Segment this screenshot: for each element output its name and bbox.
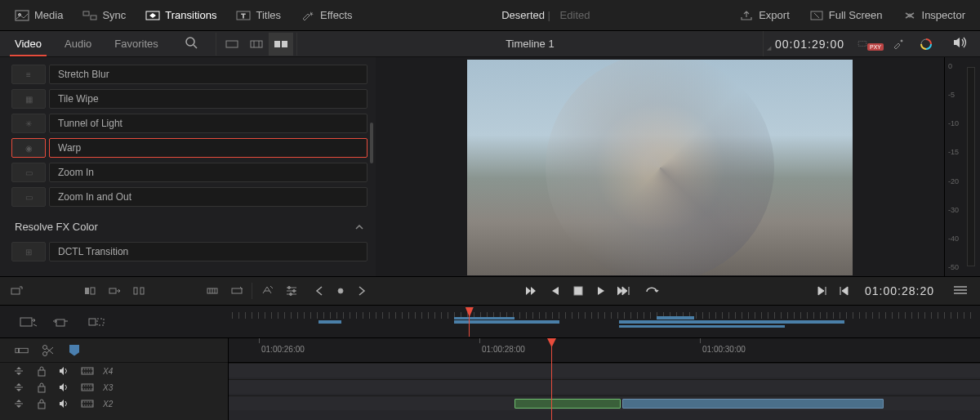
- resize-track-icon[interactable]: [11, 364, 26, 378]
- prev-edit-button[interactable]: [834, 281, 853, 301]
- media-tab[interactable]: Media: [7, 6, 71, 25]
- mini-clip[interactable]: [318, 320, 341, 324]
- video-clip[interactable]: [622, 399, 884, 409]
- scissors-icon[interactable]: [41, 344, 56, 357]
- go-end-button[interactable]: [614, 281, 634, 301]
- svg-point-47: [43, 345, 47, 349]
- track-lane[interactable]: [229, 363, 980, 378]
- resize-track-icon[interactable]: [11, 397, 26, 410]
- speed-label: X2: [103, 400, 113, 409]
- search-button[interactable]: [173, 31, 209, 56]
- reverse-play-button[interactable]: [546, 281, 565, 301]
- filmstrip-icon[interactable]: [80, 381, 95, 394]
- loop-button[interactable]: [642, 281, 662, 301]
- main-area: ≡Stretch Blur ▦Tile Wipe ✳Tunnel of Ligh…: [0, 57, 980, 276]
- preview-viewer[interactable]: [376, 57, 944, 276]
- viewer-timecode[interactable]: 01:00:28:20: [853, 284, 946, 297]
- view-single-icon[interactable]: [220, 33, 244, 56]
- transition-item[interactable]: ✳Tunnel of Light: [11, 113, 368, 134]
- fullscreen-button[interactable]: Full Screen: [801, 6, 891, 25]
- close-gap-icon[interactable]: [127, 280, 150, 302]
- inspector-icon: [902, 10, 917, 21]
- speaker-icon[interactable]: [57, 397, 72, 410]
- mini-clip[interactable]: [657, 316, 694, 319]
- transition-item[interactable]: ⊞DCTL Transition: [11, 241, 368, 262]
- lock-icon[interactable]: [34, 381, 49, 394]
- prev-frame-button[interactable]: [310, 281, 329, 301]
- mini-timeline: [0, 306, 980, 338]
- view-strip-icon[interactable]: [244, 33, 269, 56]
- svg-rect-29: [232, 288, 242, 293]
- tool-a-icon[interactable]: [256, 280, 278, 302]
- library-tabs: Video Audio Favorites: [0, 31, 173, 56]
- proxy-toggle[interactable]: PXY: [858, 33, 884, 56]
- transition-item[interactable]: ▭Zoom In: [11, 162, 368, 183]
- play-button[interactable]: [591, 281, 611, 301]
- svg-rect-43: [89, 319, 96, 325]
- inspector-button[interactable]: Inspector: [894, 6, 973, 25]
- sync-tab[interactable]: Sync: [74, 6, 134, 25]
- overwrite-icon[interactable]: [201, 280, 224, 302]
- favorites-tab[interactable]: Favorites: [103, 31, 169, 56]
- ripple-icon[interactable]: [103, 280, 126, 302]
- video-tab[interactable]: Video: [3, 31, 53, 56]
- sliders-icon[interactable]: [280, 280, 303, 302]
- lock-icon[interactable]: [34, 397, 49, 410]
- mute-button[interactable]: [941, 36, 980, 51]
- ripple-overwrite-icon[interactable]: [85, 312, 109, 332]
- export-button[interactable]: Export: [731, 6, 798, 25]
- go-start-button[interactable]: [523, 281, 542, 301]
- audio-tab[interactable]: Audio: [53, 31, 103, 56]
- resize-track-icon[interactable]: [11, 381, 26, 394]
- playhead[interactable]: [551, 338, 552, 420]
- stop-button[interactable]: [568, 281, 588, 301]
- speaker-icon[interactable]: [57, 381, 72, 394]
- split-icon[interactable]: [78, 280, 101, 302]
- speaker-icon[interactable]: [57, 364, 72, 378]
- effects-tab[interactable]: Effects: [292, 6, 361, 25]
- svg-rect-50: [38, 370, 45, 376]
- timeline-name[interactable]: Timeline 1◢: [297, 38, 763, 50]
- timeline-view-icon[interactable]: [15, 344, 29, 357]
- titles-tab[interactable]: T Titles: [228, 6, 289, 25]
- svg-rect-15: [282, 41, 287, 47]
- source-overwrite-icon[interactable]: [16, 312, 41, 332]
- mini-clip[interactable]: [454, 317, 514, 319]
- mini-clip[interactable]: [619, 320, 844, 324]
- next-frame-button[interactable]: [352, 281, 372, 301]
- replace-icon[interactable]: [225, 280, 248, 302]
- lock-icon[interactable]: [34, 364, 49, 378]
- transition-item[interactable]: ▦Tile Wipe: [11, 88, 368, 109]
- speed-label: X4: [103, 367, 113, 376]
- mini-clip[interactable]: [619, 325, 784, 328]
- transitions-label: Transitions: [165, 9, 216, 21]
- master-timecode[interactable]: 00:01:29:00: [763, 31, 856, 56]
- filmstrip-icon[interactable]: [80, 364, 95, 378]
- svg-rect-19: [11, 288, 20, 294]
- transition-item[interactable]: ≡Stretch Blur: [11, 64, 368, 85]
- track-lane[interactable]: [229, 395, 980, 410]
- options-menu-button[interactable]: [946, 285, 975, 297]
- bypass-fx-icon[interactable]: [885, 33, 911, 56]
- mini-track-area[interactable]: [229, 306, 980, 337]
- scrollbar[interactable]: [370, 123, 373, 163]
- section-header[interactable]: Resolve FX Color: [11, 211, 368, 238]
- next-edit-button[interactable]: [813, 281, 832, 301]
- transition-item[interactable]: ▭Zoom In and Out: [11, 186, 368, 208]
- append-icon[interactable]: [51, 312, 75, 332]
- color-wheel-icon[interactable]: [913, 33, 939, 56]
- marker-icon[interactable]: [67, 344, 82, 357]
- time-ruler[interactable]: 01:00:26:00 01:00:28:00 01:00:30:00: [229, 338, 980, 363]
- project-title: Deserted | Edited: [361, 9, 732, 21]
- track-lane[interactable]: [229, 379, 980, 394]
- view-dual-icon[interactable]: [269, 33, 293, 56]
- timeline-tracks[interactable]: 01:00:26:00 01:00:28:00 01:00:30:00: [229, 338, 980, 420]
- track-header-row: X3: [0, 379, 228, 395]
- video-clip[interactable]: [514, 399, 621, 409]
- filmstrip-icon[interactable]: [80, 397, 95, 410]
- transitions-tab[interactable]: Transitions: [137, 6, 225, 25]
- transition-item-selected[interactable]: ◉Warp: [11, 137, 368, 159]
- current-frame-icon[interactable]: [331, 281, 350, 301]
- transition-thumb-icon: ≡: [11, 65, 46, 84]
- smart-insert-icon[interactable]: [5, 280, 28, 302]
